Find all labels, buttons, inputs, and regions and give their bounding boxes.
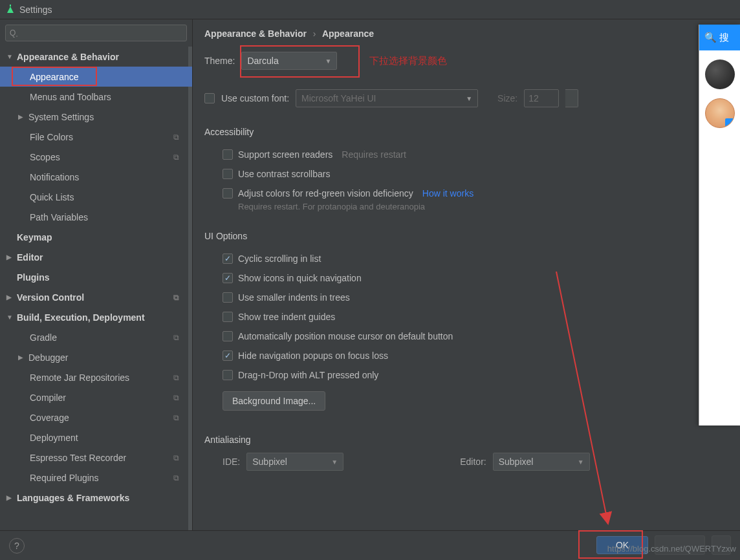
tree-item-file-colors[interactable]: File Colors⧉ bbox=[0, 127, 192, 147]
tree-item-deployment[interactable]: Deployment bbox=[0, 427, 192, 447]
cyclic-checkbox[interactable] bbox=[223, 253, 233, 264]
ide-aa-value: Subpixel bbox=[252, 457, 287, 467]
right-panel: 🔍 搜 bbox=[699, 25, 740, 425]
tree-item-quick-lists[interactable]: Quick Lists bbox=[0, 187, 192, 207]
tree-item-build-execution-deployment[interactable]: ▼Build, Execution, Deployment bbox=[0, 307, 192, 327]
tree-item-label: Notifications bbox=[30, 172, 79, 182]
font-select[interactable]: Microsoft YaHei UI ▼ bbox=[296, 89, 478, 107]
chevron-icon: ▼ bbox=[6, 53, 13, 60]
tree-item-appearance[interactable]: Appearance bbox=[0, 67, 192, 87]
tree-item-label: Compiler bbox=[30, 393, 66, 403]
tree-item-remote-jar-repositories[interactable]: Remote Jar Repositories⧉ bbox=[0, 367, 192, 387]
hide-popups-checkbox[interactable] bbox=[223, 350, 233, 361]
tree-item-keymap[interactable]: Keymap bbox=[0, 227, 192, 247]
tree-item-coverage[interactable]: Coverage⧉ bbox=[0, 407, 192, 427]
copy-icon: ⧉ bbox=[173, 373, 179, 382]
chevron-icon: ▼ bbox=[6, 314, 13, 321]
chevron-icon: ▶ bbox=[6, 294, 13, 301]
tree-item-notifications[interactable]: Notifications bbox=[0, 167, 192, 187]
chevron-icon: ▶ bbox=[6, 253, 13, 261]
tree-item-scopes[interactable]: Scopes⧉ bbox=[0, 147, 192, 167]
antialiasing-title: Antialiasing bbox=[204, 435, 728, 445]
tree-item-languages-frameworks[interactable]: ▶Languages & Frameworks bbox=[0, 488, 192, 508]
auto-cursor-checkbox[interactable] bbox=[223, 331, 233, 341]
tree-item-path-variables[interactable]: Path Variables bbox=[0, 207, 192, 227]
chevron-icon: ▶ bbox=[18, 113, 25, 120]
tree-item-label: Plugins bbox=[17, 272, 50, 283]
help-button[interactable]: ? bbox=[9, 538, 25, 554]
settings-sidebar: Q˯ ▼Appearance & BehaviorAppearanceMenus… bbox=[0, 19, 193, 530]
background-image-button[interactable]: Background Image... bbox=[223, 391, 325, 411]
screen-readers-checkbox[interactable] bbox=[223, 149, 233, 160]
settings-tree[interactable]: ▼Appearance & BehaviorAppearanceMenus an… bbox=[0, 47, 192, 530]
tree-item-label: Appearance bbox=[30, 72, 79, 82]
avatar[interactable] bbox=[705, 59, 735, 89]
copy-icon: ⧉ bbox=[173, 153, 179, 162]
tree-item-debugger[interactable]: ▶Debugger bbox=[0, 347, 192, 367]
search-input[interactable]: Q˯ bbox=[5, 25, 187, 41]
theme-label: Theme: bbox=[204, 56, 235, 66]
tree-item-plugins[interactable]: Plugins bbox=[0, 267, 192, 287]
tree-item-gradle[interactable]: Gradle⧉ bbox=[0, 327, 192, 347]
tree-item-label: Quick Lists bbox=[30, 192, 74, 202]
annotation-note: 下拉选择背景颜色 bbox=[369, 55, 447, 67]
copy-icon: ⧉ bbox=[173, 293, 179, 302]
panel-search-header[interactable]: 🔍 搜 bbox=[699, 25, 740, 50]
tree-item-label: Scopes bbox=[30, 152, 60, 162]
ide-aa-select[interactable]: Subpixel ▼ bbox=[246, 453, 343, 471]
titlebar: Settings bbox=[0, 0, 740, 19]
tree-item-version-control[interactable]: ▶Version Control⧉ bbox=[0, 287, 192, 307]
ide-aa-label: IDE: bbox=[223, 457, 240, 467]
tree-item-compiler[interactable]: Compiler⧉ bbox=[0, 387, 192, 407]
how-it-works-link[interactable]: How it works bbox=[422, 188, 473, 199]
tree-item-label: Deployment bbox=[30, 433, 78, 443]
adjust-subtext: Requires restart. For protanopia and deu… bbox=[204, 202, 728, 211]
settings-content: Appearance & Behavior › Appearance Theme… bbox=[193, 19, 740, 530]
tree-item-label: Version Control bbox=[17, 292, 84, 303]
chevron-icon: ▶ bbox=[18, 354, 25, 361]
search-icon: Q˯ bbox=[10, 28, 18, 38]
tree-guides-checkbox[interactable] bbox=[223, 312, 233, 322]
cyclic-label: Cyclic scrolling in list bbox=[238, 253, 321, 264]
chevron-down-icon: ▼ bbox=[578, 458, 584, 466]
android-studio-icon bbox=[5, 5, 16, 15]
avatar[interactable] bbox=[705, 98, 735, 128]
editor-aa-select[interactable]: Subpixel ▼ bbox=[493, 453, 590, 471]
tree-item-system-settings[interactable]: ▶System Settings bbox=[0, 107, 192, 127]
use-custom-font-checkbox[interactable] bbox=[204, 93, 215, 103]
font-size-stepper[interactable] bbox=[565, 89, 578, 107]
adjust-colors-checkbox[interactable] bbox=[223, 188, 233, 199]
breadcrumb-leaf: Appearance bbox=[322, 28, 374, 39]
tree-item-label: Required Plugins bbox=[30, 473, 99, 483]
copy-icon: ⧉ bbox=[173, 333, 179, 342]
tree-item-label: Build, Execution, Deployment bbox=[17, 312, 145, 323]
tree-item-appearance-behavior[interactable]: ▼Appearance & Behavior bbox=[0, 47, 192, 67]
font-value: Microsoft YaHei UI bbox=[301, 93, 376, 103]
font-size-input[interactable]: 12 bbox=[524, 89, 559, 107]
search-icon: 🔍 bbox=[704, 32, 717, 43]
tree-item-espresso-test-recorder[interactable]: Espresso Test Recorder⧉ bbox=[0, 447, 192, 468]
tree-item-label: Languages & Frameworks bbox=[17, 493, 129, 503]
tree-item-label: Appearance & Behavior bbox=[17, 52, 119, 62]
copy-icon: ⧉ bbox=[173, 133, 179, 142]
theme-select[interactable]: Darcula ▼ bbox=[241, 52, 337, 70]
tree-item-menus-and-toolbars[interactable]: Menus and Toolbars bbox=[0, 87, 192, 107]
contrast-scrollbars-checkbox[interactable] bbox=[223, 169, 233, 179]
tree-item-label: Debugger bbox=[28, 352, 69, 363]
smaller-indents-checkbox[interactable] bbox=[223, 292, 233, 303]
font-size-value: 12 bbox=[528, 93, 539, 103]
status-badge bbox=[725, 118, 734, 127]
theme-value: Darcula bbox=[247, 56, 278, 66]
adjust-label: Adjust colors for red-green vision defic… bbox=[238, 188, 413, 199]
editor-aa-label: Editor: bbox=[460, 457, 486, 467]
tree-item-editor[interactable]: ▶Editor bbox=[0, 247, 192, 267]
copy-icon: ⧉ bbox=[173, 413, 179, 422]
smaller-indents-label: Use smaller indents in trees bbox=[238, 292, 350, 303]
tree-item-required-plugins[interactable]: Required Plugins⧉ bbox=[0, 468, 192, 488]
quick-nav-icons-checkbox[interactable] bbox=[223, 273, 233, 283]
dnd-alt-checkbox[interactable] bbox=[223, 370, 233, 380]
contrast-label: Use contrast scrollbars bbox=[238, 169, 330, 179]
watermark-url: https://blog.csdn.net/QWERTYzxw bbox=[607, 544, 736, 554]
tree-item-label: File Colors bbox=[30, 132, 73, 142]
tree-item-label: Gradle bbox=[30, 332, 57, 343]
